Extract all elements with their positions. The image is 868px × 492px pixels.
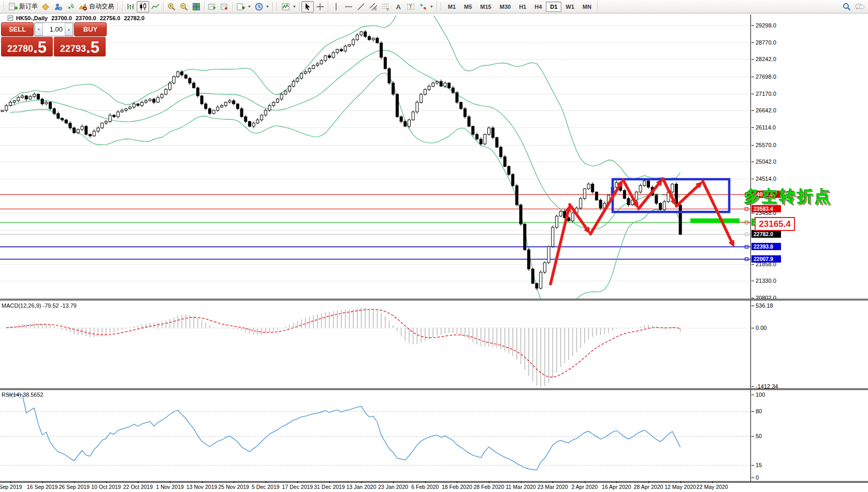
- buy-price-display[interactable]: 22793.5: [54, 37, 106, 56]
- text-tool[interactable]: A: [392, 1, 404, 12]
- vertical-line-icon: [331, 2, 341, 11]
- chart-shift-icon: [220, 2, 229, 11]
- date-axis-tick: [361, 482, 362, 483]
- date-axis-label: 13 Jan 2020: [346, 484, 377, 490]
- volume-value[interactable]: 1.00: [43, 23, 65, 36]
- toolbar-grip: [440, 2, 442, 11]
- date-axis-tick: [329, 482, 330, 483]
- date-axis-label: 28 Apr 2020: [634, 484, 663, 490]
- turning-point-annotation[interactable]: 多空转折点: [744, 186, 832, 208]
- date-axis-label: 23 Mar 2020: [538, 484, 568, 490]
- new-chart-dropdown[interactable]: ▼: [235, 1, 253, 12]
- pane-divider[interactable]: [0, 299, 868, 300]
- text-label-tool[interactable]: T: [404, 1, 417, 12]
- price-axis-tick: 21330.0: [756, 278, 776, 284]
- toolbar-separator: [272, 2, 273, 12]
- chevron-down-icon: ▼: [266, 5, 269, 8]
- new-order-icon: [8, 2, 18, 11]
- search-button[interactable]: [841, 1, 853, 12]
- date-axis-tick: [681, 482, 681, 483]
- candle-chart-mode-button[interactable]: [137, 1, 149, 12]
- macd-indicator-canvas[interactable]: [0, 300, 750, 389]
- level-price-annotation[interactable]: 23165.4: [755, 217, 795, 231]
- rsi-indicator-canvas[interactable]: [0, 390, 750, 482]
- navigator-button[interactable]: [52, 1, 64, 12]
- timeframe-button-mn[interactable]: MN: [578, 2, 596, 12]
- trendline-tool[interactable]: [355, 1, 367, 12]
- timeframe-button-w1[interactable]: W1: [561, 2, 578, 12]
- new-order-button[interactable]: 新订单: [7, 1, 39, 12]
- chat-button[interactable]: [853, 1, 866, 12]
- autotrade-label: 自动交易: [89, 2, 114, 11]
- bar-chart-mode-button[interactable]: [124, 1, 137, 12]
- timeframe-button-m15[interactable]: M15: [476, 2, 495, 12]
- timeframe-button-h1[interactable]: H1: [515, 2, 530, 12]
- shapes-dropdown[interactable]: ▼: [417, 1, 435, 12]
- price-axis-tick: 27698.0: [756, 74, 776, 80]
- date-axis-tick: [616, 482, 617, 483]
- date-axis-label: 22 Oct 2019: [123, 484, 153, 490]
- price-level-tag: 22007.9: [751, 255, 781, 263]
- toolbar-separator: [204, 2, 205, 12]
- date-axis-label: 16 Apr 2020: [602, 484, 631, 490]
- price-level-tag: 22782.0: [751, 230, 781, 238]
- market-watch-icon: [41, 2, 50, 11]
- timeframe-button-m30[interactable]: M30: [496, 2, 515, 12]
- price-axis-tick: 26642.0: [756, 107, 776, 113]
- timeframe-button-m1[interactable]: M1: [444, 2, 460, 12]
- date-axis-tick: [266, 482, 266, 483]
- sell-price-display[interactable]: 22780.5: [1, 37, 53, 56]
- channel-tool[interactable]: E: [367, 1, 380, 12]
- auto-scroll-button[interactable]: [206, 1, 219, 12]
- macd-axis-tick: 536.18: [756, 302, 773, 309]
- zoom-out-icon: [179, 2, 189, 11]
- chart-shift-button[interactable]: [219, 1, 231, 12]
- cursor-tool-button[interactable]: [301, 1, 314, 12]
- signal-icon: [66, 2, 75, 11]
- market-watch-button[interactable]: [39, 1, 52, 12]
- indicators-icon: [281, 2, 291, 11]
- zoom-out-button[interactable]: [178, 1, 190, 12]
- chart-window: HK50-,Daily 23700.0 23700.0 22756.0 2278…: [0, 13, 868, 492]
- sell-price-frac: .5: [33, 39, 47, 55]
- vertical-line-tool[interactable]: [330, 1, 342, 12]
- new-order-label: 新订单: [19, 2, 38, 11]
- price-axis-tick: 28242.0: [756, 56, 776, 62]
- toolbar-separator: [299, 2, 300, 12]
- svg-text:F: F: [387, 8, 389, 11]
- signals-button[interactable]: [64, 1, 77, 12]
- volume-stepper: ▼ 1.00 ▲: [34, 22, 74, 36]
- horizontal-line-icon: [344, 2, 353, 11]
- date-axis-tick: [297, 482, 298, 483]
- symbol-title: HK50-,Daily 23700.0 23700.0 22756.0 2278…: [7, 15, 146, 21]
- indicators-dropdown[interactable]: ▼: [280, 1, 298, 12]
- zoom-in-button[interactable]: [165, 1, 178, 12]
- tile-windows-button[interactable]: [190, 1, 202, 12]
- price-axis-tick: 25570.0: [756, 142, 776, 148]
- date-axis-label: 13 Nov 2019: [186, 484, 218, 490]
- autotrade-icon: [78, 2, 88, 11]
- volume-increase-button[interactable]: ▲: [65, 23, 73, 36]
- price-axis-tick: 26114.0: [756, 124, 776, 131]
- fibonacci-tool[interactable]: F: [380, 1, 392, 12]
- main-price-chart-canvas[interactable]: [0, 16, 750, 299]
- macd-axis-tick: 0.00: [756, 325, 766, 331]
- price-level-tag: 22393.8: [751, 243, 781, 250]
- price-axis-tick: 27170.0: [756, 91, 776, 97]
- crosshair-tool-button[interactable]: [314, 1, 326, 12]
- new-chart-icon: [236, 2, 245, 11]
- period-dropdown[interactable]: ▼: [253, 1, 271, 12]
- volume-decrease-button[interactable]: ▼: [35, 23, 43, 36]
- buy-button[interactable]: BUY: [74, 22, 107, 36]
- horizontal-line-tool[interactable]: [342, 1, 355, 12]
- price-axis-tick: 29298.0: [756, 22, 776, 28]
- timeframe-button-m5[interactable]: M5: [460, 2, 476, 12]
- sell-button[interactable]: SELL: [1, 22, 34, 36]
- autotrade-button[interactable]: 自动交易: [77, 1, 115, 12]
- line-chart-mode-button[interactable]: [149, 1, 162, 12]
- pane-divider[interactable]: [0, 388, 868, 390]
- timeframe-button-h4[interactable]: H4: [530, 2, 546, 12]
- date-axis-tick: [553, 482, 553, 483]
- timeframe-button-d1[interactable]: D1: [546, 2, 561, 12]
- svg-text:A: A: [396, 3, 401, 11]
